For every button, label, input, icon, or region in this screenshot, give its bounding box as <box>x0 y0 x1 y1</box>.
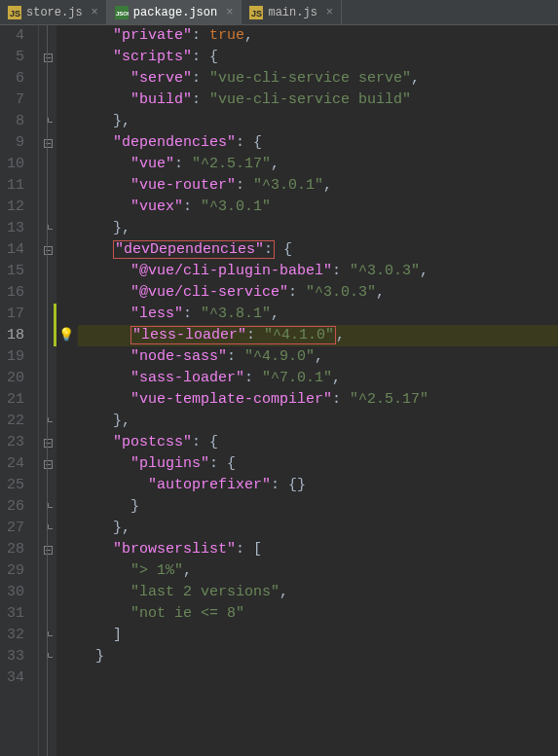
line-number: 10 <box>0 154 24 175</box>
fold-guide <box>39 90 56 111</box>
close-icon[interactable]: × <box>326 6 333 19</box>
code-line[interactable]: "> 1%", <box>78 560 558 582</box>
fold-toggle-icon[interactable] <box>39 453 56 475</box>
close-icon[interactable]: × <box>226 6 233 19</box>
fold-guide <box>39 582 56 603</box>
fold-guide <box>39 389 56 411</box>
fold-guide <box>39 475 56 496</box>
code-line[interactable]: "vue-router": "^3.0.1", <box>78 175 558 197</box>
line-number: 17 <box>0 304 24 325</box>
line-number: 32 <box>0 625 24 646</box>
svg-text:JSON: JSON <box>116 11 129 17</box>
code-line[interactable]: "plugins": { <box>78 453 558 475</box>
tab-store-js[interactable]: JSstore.js× <box>0 0 107 24</box>
line-number: 21 <box>0 389 24 411</box>
line-number: 9 <box>0 132 24 154</box>
line-number: 30 <box>0 582 24 603</box>
code-line[interactable]: "dependencies": { <box>78 132 558 154</box>
code-editor[interactable]: 4567891011121314151617181920212223242526… <box>0 25 558 756</box>
fold-end-icon[interactable] <box>39 496 56 518</box>
code-line[interactable]: "vuex": "^3.0.1" <box>78 197 558 218</box>
line-number: 4 <box>0 25 24 47</box>
fold-end-icon[interactable] <box>39 646 56 667</box>
fold-end-icon[interactable] <box>39 625 56 646</box>
code-line[interactable]: } <box>78 496 558 518</box>
code-line[interactable]: "serve": "vue-cli-service serve", <box>78 68 558 90</box>
tab-label: main.js <box>268 6 316 19</box>
fold-toggle-icon[interactable] <box>39 239 56 261</box>
line-number: 8 <box>0 111 24 132</box>
fold-guide <box>39 368 56 389</box>
fold-end-icon[interactable] <box>39 218 56 239</box>
line-number: 23 <box>0 432 24 453</box>
code-line[interactable]: "less-loader": "^4.1.0", <box>78 325 558 346</box>
line-number: 5 <box>0 47 24 68</box>
code-line[interactable]: "@vue/cli-service": "^3.0.3", <box>78 282 558 304</box>
fold-guide <box>39 667 56 689</box>
tab-package-json[interactable]: JSONpackage.json× <box>107 0 242 24</box>
fold-toggle-icon[interactable] <box>39 539 56 560</box>
fold-toggle-icon[interactable] <box>39 432 56 453</box>
svg-text:JS: JS <box>251 9 262 18</box>
code-line[interactable]: "vue": "^2.5.17", <box>78 154 558 175</box>
fold-guide <box>39 261 56 282</box>
tab-label: package.json <box>133 6 217 19</box>
code-line[interactable]: "@vue/cli-plugin-babel": "^3.0.3", <box>78 261 558 282</box>
tab-label: store.js <box>26 6 83 19</box>
code-line[interactable]: }, <box>78 518 558 539</box>
fold-toggle-icon[interactable] <box>39 47 56 68</box>
line-number: 27 <box>0 518 24 539</box>
fold-guide <box>39 197 56 218</box>
code-line[interactable]: "sass-loader": "^7.0.1", <box>78 368 558 389</box>
tab-main-js[interactable]: JSmain.js× <box>242 0 342 24</box>
line-number: 12 <box>0 197 24 218</box>
code-line[interactable]: "less": "^3.8.1", <box>78 304 558 325</box>
line-number: 24 <box>0 453 24 475</box>
fold-end-icon[interactable] <box>39 111 56 132</box>
line-number: 7 <box>0 90 24 111</box>
code-line[interactable]: "node-sass": "^4.9.0", <box>78 346 558 368</box>
code-line[interactable]: "vue-template-compiler": "^2.5.17" <box>78 389 558 411</box>
code-line[interactable]: "not ie <= 8" <box>78 603 558 625</box>
code-area[interactable]: "private": true, "scripts": { "serve": "… <box>76 25 558 756</box>
line-number: 18 <box>0 325 24 346</box>
code-line[interactable]: "postcss": { <box>78 432 558 453</box>
fold-guide <box>39 603 56 625</box>
fold-toggle-icon[interactable] <box>39 132 56 154</box>
code-line[interactable]: }, <box>78 111 558 132</box>
fold-column[interactable] <box>39 25 56 756</box>
line-number: 6 <box>0 68 24 90</box>
code-line[interactable] <box>78 667 558 689</box>
line-number: 14 <box>0 239 24 261</box>
code-line[interactable]: "scripts": { <box>78 47 558 68</box>
code-line[interactable]: } <box>78 646 558 667</box>
code-line[interactable]: }, <box>78 218 558 239</box>
code-line[interactable]: ] <box>78 625 558 646</box>
line-number: 16 <box>0 282 24 304</box>
line-number: 33 <box>0 646 24 667</box>
line-number: 26 <box>0 496 24 518</box>
code-line[interactable]: "private": true, <box>78 25 558 47</box>
change-marker <box>54 304 56 325</box>
line-number: 22 <box>0 411 24 432</box>
code-line[interactable]: "last 2 versions", <box>78 582 558 603</box>
code-line[interactable]: "browserslist": [ <box>78 539 558 560</box>
code-line[interactable]: "build": "vue-cli-service build" <box>78 90 558 111</box>
line-number: 20 <box>0 368 24 389</box>
change-marker <box>54 325 56 346</box>
js-file-icon: JS <box>249 6 263 19</box>
code-line[interactable]: "autoprefixer": {} <box>78 475 558 496</box>
fold-end-icon[interactable] <box>39 411 56 432</box>
line-number: 11 <box>0 175 24 197</box>
fold-guide <box>39 346 56 368</box>
code-line[interactable]: "devDependencies": { <box>78 239 558 261</box>
code-line[interactable]: }, <box>78 411 558 432</box>
close-icon[interactable]: × <box>92 6 98 19</box>
svg-text:JS: JS <box>10 9 20 18</box>
js-file-icon: JS <box>8 6 21 19</box>
line-number-gutter: 4567891011121314151617181920212223242526… <box>0 25 39 756</box>
line-number: 34 <box>0 667 24 689</box>
fold-end-icon[interactable] <box>39 518 56 539</box>
line-number: 28 <box>0 539 24 560</box>
lightbulb-icon[interactable]: 💡 <box>58 327 74 342</box>
